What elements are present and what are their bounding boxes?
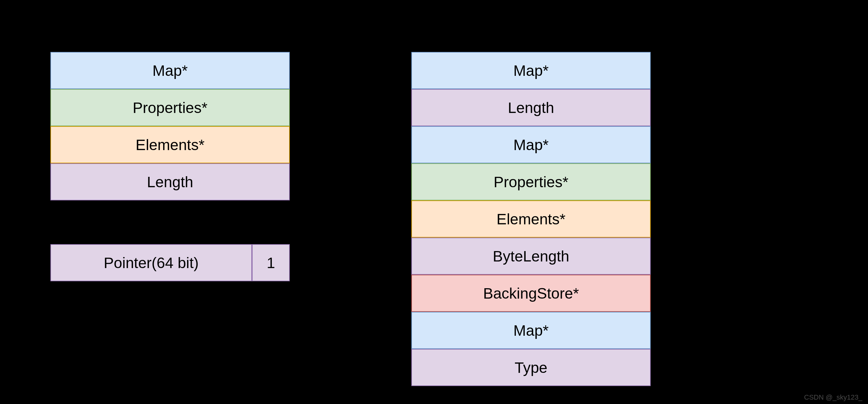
right-row-7-label: Map* [514, 322, 549, 339]
left-row-0: Map* [51, 52, 290, 89]
right-row-0-label: Map* [514, 62, 549, 79]
right-row-5: ByteLength [411, 238, 651, 275]
left-row-2: Elements* [51, 126, 290, 163]
left-row-3: Length [51, 163, 290, 200]
left-row-0-label: Map* [152, 62, 188, 79]
right-row-3: Properties* [411, 163, 651, 200]
right-row-4-label: Elements* [497, 210, 566, 228]
right-row-2-label: Map* [514, 136, 549, 154]
left-row-2-label: Elements* [136, 136, 205, 154]
right-row-6: BackingStore* [411, 275, 651, 312]
watermark: CSDN @_sky123_ [804, 393, 862, 402]
pointer-left-cell: Pointer(64 bit) [51, 244, 252, 281]
right-row-8-label: Type [515, 359, 547, 376]
diagram-canvas: Map* Properties* Elements* Length Pointe… [0, 0, 868, 404]
right-row-8: Type [411, 349, 651, 386]
right-row-7: Map* [411, 312, 651, 349]
left-row-1-label: Properties* [133, 99, 207, 116]
right-row-1: Length [411, 89, 651, 126]
right-row-1-label: Length [508, 99, 554, 116]
right-row-6-label: BackingStore* [483, 285, 579, 302]
pointer-left-label: Pointer(64 bit) [104, 254, 198, 272]
pointer-right-cell: 1 [252, 244, 290, 281]
right-row-2: Map* [411, 126, 651, 163]
right-row-5-label: ByteLength [493, 248, 569, 265]
left-row-3-label: Length [147, 173, 193, 191]
right-row-3-label: Properties* [494, 173, 568, 191]
left-row-1: Properties* [51, 89, 290, 126]
right-row-4: Elements* [411, 200, 651, 238]
pointer-right-label: 1 [267, 254, 275, 272]
right-row-0: Map* [411, 52, 651, 89]
